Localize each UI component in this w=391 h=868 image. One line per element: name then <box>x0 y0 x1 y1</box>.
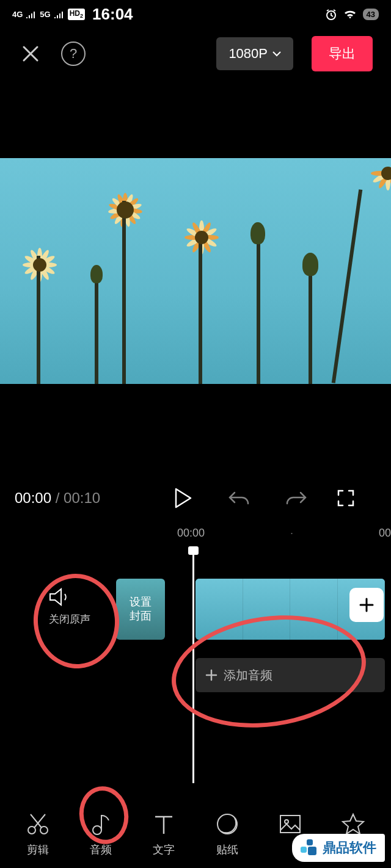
add-clip-button[interactable] <box>349 588 384 622</box>
mute-original-button[interactable]: 关闭原声 <box>49 588 90 626</box>
plus-icon <box>205 669 217 681</box>
scissors-icon <box>26 812 50 836</box>
undo-button[interactable] <box>228 490 249 506</box>
signal-bars-icon <box>26 11 36 18</box>
video-preview[interactable] <box>0 158 391 384</box>
timeline[interactable]: 00:00·00:02· 关闭原声 设置封面 添加音频 <box>0 527 391 795</box>
chevron-down-icon <box>272 51 281 57</box>
transport-bar: 00:00 / 00:10 <box>0 488 391 508</box>
add-audio-label: 添加音频 <box>224 667 272 684</box>
signal-bars-icon <box>54 11 64 18</box>
star-icon <box>341 812 365 836</box>
svg-point-3 <box>93 826 101 834</box>
watermark: 鼎品软件 <box>292 834 385 862</box>
help-button[interactable]: ? <box>61 42 86 66</box>
redo-button[interactable] <box>286 490 307 506</box>
network-5g: 5G <box>40 10 50 19</box>
mute-label: 关闭原声 <box>49 612 90 626</box>
top-bar: ? 1080P 导出 <box>0 29 391 79</box>
watermark-text: 鼎品软件 <box>323 839 376 857</box>
hd-badge: HD2 <box>68 9 85 20</box>
time-ruler: 00:00·00:02· <box>0 527 391 540</box>
wifi-icon <box>343 9 357 20</box>
speaker-icon <box>49 588 71 606</box>
svg-rect-5 <box>280 816 300 833</box>
status-bar: 4G 5G HD2 16:04 43 <box>0 0 391 29</box>
tool-edit[interactable]: 剪辑 <box>13 812 62 857</box>
clock-time: 16:04 <box>92 5 133 24</box>
playhead[interactable] <box>192 551 194 783</box>
svg-point-4 <box>217 814 237 834</box>
export-button[interactable]: 导出 <box>312 36 373 71</box>
watermark-icon <box>301 839 318 856</box>
resolution-button[interactable]: 1080P <box>216 37 293 70</box>
tool-sticker[interactable]: 贴纸 <box>203 812 252 857</box>
picture-icon <box>278 812 302 836</box>
music-note-icon <box>89 812 113 836</box>
tool-text[interactable]: 文字 <box>139 812 188 857</box>
add-audio-button[interactable]: 添加音频 <box>196 658 385 692</box>
sticker-icon <box>215 812 239 836</box>
battery-level: 43 <box>363 9 379 20</box>
tool-audio[interactable]: 音频 <box>76 812 125 857</box>
play-button[interactable] <box>174 488 192 508</box>
alarm-icon <box>325 9 337 21</box>
set-cover-button[interactable]: 设置封面 <box>116 579 165 640</box>
time-display: 00:00 / 00:10 <box>15 490 100 507</box>
fullscreen-button[interactable] <box>337 490 354 507</box>
svg-point-6 <box>285 820 288 823</box>
plus-icon <box>358 596 375 613</box>
text-icon <box>152 812 176 836</box>
close-button[interactable] <box>18 42 43 66</box>
network-4g: 4G <box>12 10 23 19</box>
